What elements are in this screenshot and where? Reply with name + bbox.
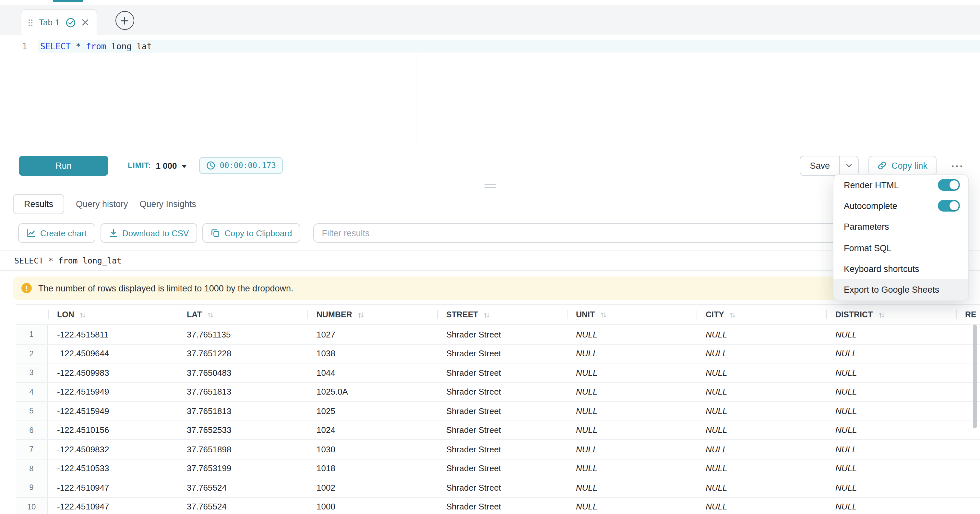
table-cell[interactable]: NULL (697, 502, 826, 512)
table-cell[interactable]: Shrader Street (437, 387, 567, 397)
column-header[interactable]: UNIT (567, 305, 697, 324)
table-cell[interactable]: Shrader Street (437, 464, 567, 473)
more-options-button[interactable]: ⋯ (947, 159, 967, 172)
sort-icon[interactable] (357, 311, 364, 318)
table-cell[interactable]: 37.765524 (178, 502, 307, 512)
column-header[interactable]: RE (956, 305, 980, 324)
table-cell[interactable]: 1018 (307, 464, 437, 473)
sort-icon[interactable] (80, 311, 87, 318)
table-cell[interactable]: -122.4510947 (48, 483, 178, 493)
table-cell[interactable]: NULL (567, 406, 697, 416)
table-cell[interactable]: NULL (567, 387, 697, 397)
table-cell[interactable]: -122.4515949 (48, 406, 178, 416)
menu-item-autocomplete[interactable]: Autocomplete (834, 196, 968, 217)
table-cell[interactable]: Shrader Street (437, 445, 567, 454)
table-cell[interactable]: NULL (567, 368, 697, 378)
table-cell[interactable]: NULL (697, 387, 826, 397)
table-cell[interactable]: NULL (826, 483, 956, 493)
download-csv-button[interactable]: Download to CSV (100, 223, 197, 243)
sort-icon[interactable] (878, 311, 885, 318)
table-cell[interactable]: -122.4510533 (48, 464, 178, 473)
menu-item-render-html[interactable]: Render HTML (834, 175, 968, 196)
table-cell[interactable]: Shrader Street (437, 406, 567, 416)
table-cell[interactable]: -122.4510156 (48, 425, 178, 435)
table-cell[interactable]: 37.7651813 (178, 387, 307, 397)
table-cell[interactable]: 1038 (307, 349, 437, 359)
table-cell[interactable]: 37.7651898 (178, 445, 307, 454)
table-cell[interactable]: NULL (697, 330, 826, 339)
table-cell[interactable]: NULL (826, 387, 956, 397)
table-cell[interactable]: 1030 (307, 445, 437, 454)
table-cell[interactable]: Shrader Street (437, 502, 567, 512)
table-row[interactable]: 4 -122.4515949 37.7651813 1025.0A Shrade… (16, 383, 980, 402)
table-cell[interactable]: -122.4510947 (48, 502, 178, 512)
table-cell[interactable]: NULL (826, 406, 956, 416)
table-cell[interactable]: -122.4509832 (48, 445, 178, 454)
sort-icon[interactable] (207, 311, 214, 318)
save-button[interactable]: Save (799, 155, 840, 176)
table-cell[interactable]: Shrader Street (437, 368, 567, 378)
table-cell[interactable]: NULL (567, 349, 697, 359)
tab-query-insights[interactable]: Query Insights (140, 199, 196, 209)
sort-icon[interactable] (484, 311, 491, 318)
table-cell[interactable]: 37.7651228 (178, 349, 307, 359)
render-html-toggle[interactable] (938, 179, 960, 191)
table-cell[interactable]: Shrader Street (437, 330, 567, 339)
table-row[interactable]: 9 -122.4510947 37.765524 1002 Shrader St… (16, 478, 980, 498)
table-cell[interactable]: NULL (697, 483, 826, 493)
copy-link-button[interactable]: Copy link (869, 155, 937, 176)
table-cell[interactable]: 1024 (307, 425, 437, 435)
menu-item-export-google-sheets[interactable]: Export to Google Sheets (834, 279, 968, 300)
menu-item-parameters[interactable]: Parameters (834, 216, 968, 238)
table-cell[interactable]: NULL (697, 464, 826, 473)
column-header[interactable]: LON (48, 305, 178, 324)
table-cell[interactable]: 1025.0A (307, 387, 437, 397)
table-cell[interactable]: -122.4509644 (48, 349, 178, 359)
sql-code-editor[interactable]: 1 SELECT * from long_lat (0, 40, 980, 150)
table-cell[interactable]: NULL (567, 464, 697, 473)
table-cell[interactable]: NULL (826, 330, 956, 339)
table-row[interactable]: 6 -122.4510156 37.7652533 1024 Shrader S… (16, 421, 980, 440)
table-cell[interactable]: NULL (697, 406, 826, 416)
table-cell[interactable]: 37.7651813 (178, 406, 307, 416)
table-cell[interactable]: -122.4515811 (48, 330, 178, 339)
table-cell[interactable]: NULL (826, 368, 956, 378)
run-button[interactable]: Run (19, 155, 108, 176)
table-cell[interactable]: NULL (697, 425, 826, 435)
table-row[interactable]: 10 -122.4510947 37.765524 1000 Shrader S… (16, 498, 980, 514)
table-cell[interactable]: NULL (697, 368, 826, 378)
table-row[interactable]: 5 -122.4515949 37.7651813 1025 Shrader S… (16, 402, 980, 421)
table-cell[interactable]: 1000 (307, 502, 437, 512)
table-row[interactable]: 1 -122.4515811 37.7651135 1027 Shrader S… (16, 325, 980, 344)
table-cell[interactable]: NULL (826, 464, 956, 473)
sort-icon[interactable] (729, 311, 737, 318)
tab-results[interactable]: Results (13, 194, 64, 214)
create-chart-button[interactable]: Create chart (18, 223, 95, 243)
autocomplete-toggle[interactable] (938, 200, 960, 212)
table-cell[interactable]: NULL (826, 502, 956, 512)
sort-icon[interactable] (600, 311, 607, 318)
table-row[interactable]: 2 -122.4509644 37.7651228 1038 Shrader S… (16, 344, 980, 364)
menu-item-format-sql[interactable]: Format SQL (834, 238, 968, 259)
table-cell[interactable]: 37.7651135 (178, 330, 307, 339)
table-cell[interactable]: 1002 (307, 483, 437, 493)
drag-handle-icon[interactable] (28, 19, 33, 26)
table-cell[interactable]: 1027 (307, 330, 437, 339)
table-cell[interactable]: NULL (826, 425, 956, 435)
copy-to-clipboard-button[interactable]: Copy to Clipboard (202, 223, 300, 243)
table-cell[interactable]: NULL (567, 483, 697, 493)
menu-item-keyboard-shortcuts[interactable]: Keyboard shortcuts (834, 258, 968, 279)
tab-1[interactable]: Tab 1 (21, 9, 97, 35)
limit-dropdown[interactable]: LIMIT: 1 000 (128, 161, 186, 170)
table-cell[interactable]: NULL (567, 425, 697, 435)
add-tab-button[interactable] (115, 11, 134, 30)
save-dropdown-button[interactable] (840, 155, 859, 176)
table-cell[interactable]: NULL (697, 445, 826, 454)
table-cell[interactable]: 1025 (307, 406, 437, 416)
table-cell[interactable]: 37.7652533 (178, 425, 307, 435)
table-cell[interactable]: 37.765524 (178, 483, 307, 493)
table-cell[interactable]: Shrader Street (437, 483, 567, 493)
table-row[interactable]: 3 -122.4509983 37.7650483 1044 Shrader S… (16, 364, 980, 383)
column-header[interactable]: DISTRICT (826, 305, 956, 324)
table-cell[interactable]: 37.7653199 (178, 464, 307, 473)
